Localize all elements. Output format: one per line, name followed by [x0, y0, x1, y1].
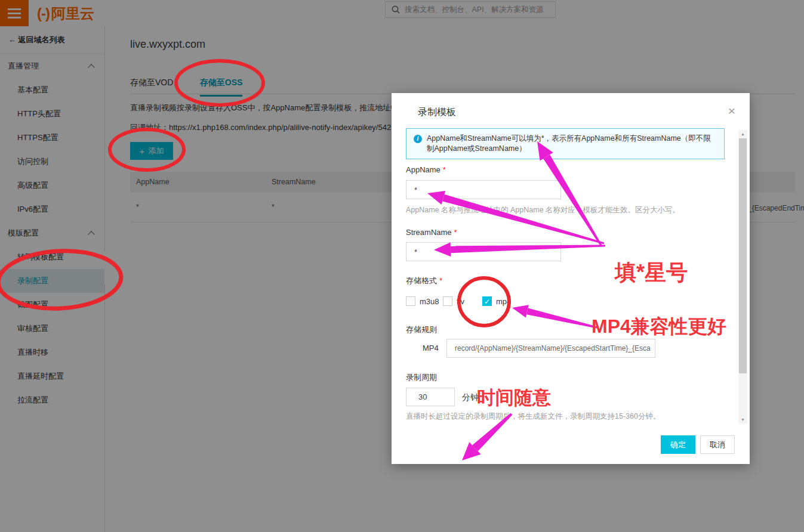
storage-rule-mp4-label: MP4 — [423, 344, 439, 352]
appname-help-text: AppName 名称与推流地址中的 AppName 名称对应，模板才能生效。区分… — [406, 205, 680, 215]
checkbox-mp4-label[interactable]: mp4 — [496, 297, 511, 306]
checkbox-flv-label[interactable]: flv — [457, 297, 464, 306]
recording-cycle-label: 录制周期 — [406, 372, 437, 383]
checkbox-mp4[interactable]: ✓ — [482, 296, 492, 306]
close-icon[interactable]: × — [723, 103, 740, 119]
cycle-help-text: 直播时长超过设定的录制周期后，将生成新文件，录制周期支持15-360分钟。 — [406, 412, 660, 422]
storage-format-label: 存储格式* — [406, 276, 442, 286]
required-mark: * — [454, 228, 457, 237]
streamname-input[interactable] — [406, 242, 561, 261]
recording-cycle-input[interactable] — [406, 388, 455, 406]
streamname-label: StreamName* — [406, 228, 457, 237]
storage-rule-label: 存储规则 — [406, 324, 437, 335]
appname-input[interactable] — [406, 180, 561, 199]
scrollbar-thumb[interactable] — [739, 138, 747, 373]
required-mark: * — [439, 276, 442, 285]
checkbox-flv[interactable] — [443, 296, 452, 306]
modal-scrollbar[interactable]: ▲ ▼ — [738, 130, 747, 423]
cycle-unit-label: 分钟 — [462, 392, 479, 403]
appname-label: AppName* — [406, 165, 446, 174]
info-icon: i — [414, 135, 422, 143]
confirm-button[interactable]: 确定 — [661, 435, 695, 454]
checkbox-m3u8[interactable] — [406, 296, 415, 306]
checkbox-m3u8-label[interactable]: m3u8 — [420, 297, 439, 306]
recording-template-dialog: 录制模板 × i AppName和StreamName可以填为*，表示所有App… — [392, 93, 750, 464]
info-alert-text: AppName和StreamName可以填为*，表示所有AppName和所有St… — [427, 134, 711, 153]
page-root: (-)阿里云 搜索文档、控制台、API、解决方案和资源 ← 返回域名列表 直播管… — [0, 0, 804, 532]
cancel-button[interactable]: 取消 — [700, 435, 735, 454]
info-alert: i AppName和StreamName可以填为*，表示所有AppName和所有… — [406, 128, 725, 159]
scroll-up-icon[interactable]: ▲ — [738, 132, 747, 136]
storage-rule-input[interactable] — [446, 339, 655, 358]
required-mark: * — [443, 165, 446, 174]
dialog-title: 录制模板 — [418, 106, 456, 119]
scroll-down-icon[interactable]: ▼ — [738, 417, 747, 422]
